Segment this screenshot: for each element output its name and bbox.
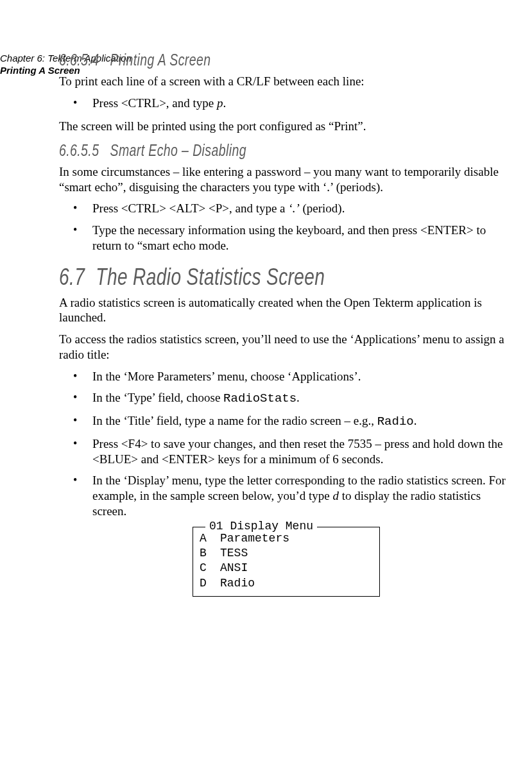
heading-text: Smart Echo – Disabling [110, 141, 246, 159]
menu-value: ANSI [220, 561, 248, 574]
text-italic: ‘.’ [288, 201, 299, 215]
list-item: Type the necessary information using the… [59, 223, 506, 253]
list-item: Press <F4> to save your changes, and the… [59, 436, 506, 467]
text: (period). [300, 201, 345, 215]
paragraph: To access the radios statistics screen, … [59, 332, 506, 363]
text: Press <CTRL> <ALT> <P>, and type a [92, 201, 288, 215]
display-menu-figure: 01 Display Menu AParameters BTESS CANSI … [193, 527, 380, 597]
list-item: In the ‘Title’ field, type a name for th… [59, 413, 506, 430]
bullet-list: Press <CTRL>, and type p. [59, 96, 506, 111]
text-mono: Radio [377, 414, 414, 429]
text-italic: d [332, 489, 339, 502]
paragraph: A radio statistics screen is automatical… [59, 295, 506, 326]
heading-text: The Radio Statistics Screen [96, 264, 325, 290]
text: In the ‘More Parameters’ menu, choose ‘A… [92, 370, 361, 383]
heading-6-6-5-4: 6.6.5.4Printing A Screen [59, 50, 408, 70]
paragraph: In some circumstances – like entering a … [59, 164, 506, 195]
menu-row: DRadio [200, 576, 373, 591]
menu-key: D [200, 576, 220, 591]
list-item: Press <CTRL> <ALT> <P>, and type a ‘.’ (… [59, 201, 506, 216]
menu-row: CANSI [200, 561, 373, 576]
text: Press <CTRL>, and type [92, 96, 217, 110]
menu-row: BTESS [200, 546, 373, 561]
text: . [296, 391, 300, 404]
text: In the ‘Title’ field, type a name for th… [92, 414, 377, 427]
heading-6-7: 6.7The Radio Statistics Screen [59, 262, 408, 291]
list-item: In the ‘More Parameters’ menu, choose ‘A… [59, 369, 506, 384]
heading-6-6-5-5: 6.6.5.5Smart Echo – Disabling [59, 141, 408, 160]
content: 6.6.5.4Printing A Screen To print each l… [59, 50, 506, 597]
heading-text: Printing A Screen [110, 51, 211, 69]
text: . [414, 414, 417, 427]
menu-key: B [200, 546, 220, 561]
heading-number: 6.6.5.4 [59, 50, 99, 70]
page: Chapter 6: Tekterm Application Printing … [0, 50, 532, 768]
list-item: In the ‘Display’ menu, type the letter c… [59, 473, 506, 518]
text: Type the necessary information using the… [92, 223, 486, 252]
text: Press <F4> to save your changes, and the… [92, 437, 502, 466]
display-menu-title: 01 Display Menu [205, 519, 317, 534]
text-mono: RadioStats [223, 391, 296, 405]
menu-value: TESS [220, 547, 248, 559]
heading-number: 6.6.5.5 [59, 141, 99, 160]
list-item: In the ‘Type’ field, choose RadioStats. [59, 390, 506, 407]
text: In the ‘Type’ field, choose [92, 391, 223, 404]
list-item: Press <CTRL>, and type p. [59, 96, 506, 111]
paragraph: The screen will be printed using the por… [59, 119, 506, 134]
text-italic: p [217, 96, 223, 110]
menu-key: C [200, 561, 220, 576]
menu-value: Radio [220, 577, 255, 590]
bullet-list: Press <CTRL> <ALT> <P>, and type a ‘.’ (… [59, 201, 506, 253]
text: . [223, 96, 227, 110]
heading-number: 6.7 [59, 262, 85, 291]
bullet-list: In the ‘More Parameters’ menu, choose ‘A… [59, 369, 506, 519]
display-menu-frame: AParameters BTESS CANSI DRadio [193, 527, 380, 597]
